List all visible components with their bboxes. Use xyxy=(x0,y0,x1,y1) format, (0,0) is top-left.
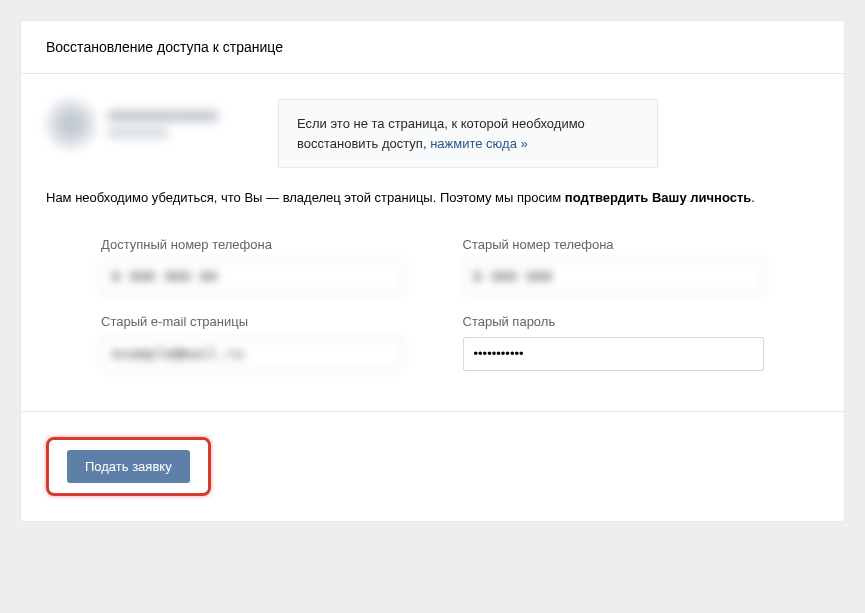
fields-grid: Доступный номер телефона Старый номер те… xyxy=(46,237,819,371)
user-name-block xyxy=(108,110,218,138)
top-row: Если это не та страница, к которой необх… xyxy=(46,99,819,168)
old-phone-group: Старый номер телефона xyxy=(463,237,765,294)
old-phone-input[interactable] xyxy=(463,260,765,294)
user-name-placeholder xyxy=(108,110,218,122)
old-email-label: Старый e-mail страницы xyxy=(101,314,403,329)
avatar xyxy=(46,99,96,149)
instruction-text: Нам необходимо убедиться, что Вы — владе… xyxy=(46,188,819,209)
submit-button[interactable]: Подать заявку xyxy=(67,450,190,483)
panel-footer: Подать заявку xyxy=(21,411,844,521)
available-phone-label: Доступный номер телефона xyxy=(101,237,403,252)
old-phone-label: Старый номер телефона xyxy=(463,237,765,252)
click-here-link[interactable]: нажмите сюда » xyxy=(430,136,528,151)
instruction-prefix: Нам необходимо убедиться, что Вы — владе… xyxy=(46,190,565,205)
submit-highlight-box: Подать заявку xyxy=(46,437,211,496)
available-phone-group: Доступный номер телефона xyxy=(101,237,403,294)
instruction-suffix: . xyxy=(751,190,755,205)
instruction-bold: подтвердить Вашу личность xyxy=(565,190,751,205)
user-block xyxy=(46,99,218,149)
available-phone-input[interactable] xyxy=(101,260,403,294)
page-title: Восстановление доступа к странице xyxy=(46,39,819,55)
old-password-input[interactable] xyxy=(463,337,765,371)
panel-body: Если это не та страница, к которой необх… xyxy=(21,74,844,371)
panel-header: Восстановление доступа к странице xyxy=(21,21,844,74)
old-email-input[interactable] xyxy=(101,337,403,371)
wrong-page-infobox: Если это не та страница, к которой необх… xyxy=(278,99,658,168)
user-sub-placeholder xyxy=(108,128,168,138)
avatar-placeholder-icon xyxy=(57,110,85,138)
old-password-group: Старый пароль xyxy=(463,314,765,371)
restore-panel: Восстановление доступа к странице Если э… xyxy=(20,20,845,522)
old-password-label: Старый пароль xyxy=(463,314,765,329)
old-email-group: Старый e-mail страницы xyxy=(101,314,403,371)
